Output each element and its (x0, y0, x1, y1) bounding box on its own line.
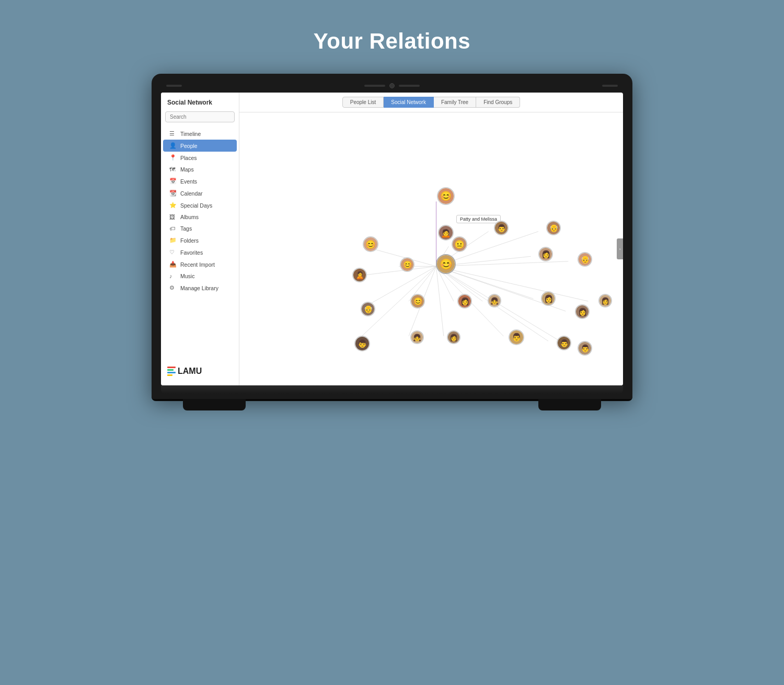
sidebar-item-music[interactable]: ♪ Music (163, 270, 237, 282)
favorites-icon: ♡ (169, 249, 177, 256)
laptop-left-indicator (166, 85, 182, 87)
node-12[interactable]: 👧 (410, 330, 424, 344)
laptop-screen: Social Network ☰ Timeline 👤 People 📍 Pla… (161, 93, 623, 385)
calendar-icon: 📆 (169, 190, 177, 197)
folders-icon: 📁 (169, 237, 177, 244)
sidebar-item-people[interactable]: 👤 People (163, 140, 237, 152)
screen-bezel: Social Network ☰ Timeline 👤 People 📍 Pla… (152, 74, 632, 399)
laptop-camera (389, 83, 395, 88)
events-icon: 📅 (169, 178, 177, 185)
places-icon: 📍 (169, 154, 177, 161)
sidebar-item-calendar[interactable]: 📆 Calendar (163, 187, 237, 199)
node-2[interactable]: 😐 (452, 236, 467, 252)
main-content: People List Social Network Family Tree F… (239, 93, 623, 385)
music-icon: ♪ (169, 273, 177, 279)
people-icon: 👤 (169, 142, 177, 149)
network-area: 😊 😊 Patty and Melissa 🙍 😐 (239, 112, 623, 385)
node-7[interactable]: 😊 (410, 294, 425, 309)
sidebar-item-timeline[interactable]: ☰ Timeline (163, 128, 237, 140)
search-input[interactable] (165, 111, 235, 122)
sidebar-item-maps[interactable]: 🗺 Maps (163, 164, 237, 175)
laptop-foot-right (538, 399, 601, 410)
node-13[interactable]: 👩 (447, 330, 460, 344)
laptop-top-bar (161, 83, 623, 93)
node-11[interactable]: 👦 (354, 336, 370, 351)
logo-text: LAMU (178, 367, 202, 376)
node-1[interactable]: 🙍 (438, 225, 454, 241)
sidebar-item-recent-import[interactable]: 📥 Recent Import (163, 258, 237, 270)
svg-line-10 (362, 266, 436, 309)
logo-bars (167, 367, 176, 376)
sidebar: Social Network ☰ Timeline 👤 People 📍 Pla… (161, 93, 239, 385)
tab-bar: People List Social Network Family Tree F… (239, 93, 623, 112)
node-9[interactable]: 👧 (488, 294, 501, 307)
sidebar-title: Social Network (161, 99, 239, 111)
node-3[interactable]: 👨 (494, 221, 509, 235)
sidebar-item-folders[interactable]: 📁 Folders (163, 234, 237, 246)
node-16[interactable]: 👴 (546, 221, 561, 235)
node-10[interactable]: 👴 (361, 302, 375, 316)
node-21[interactable]: 👨 (578, 341, 592, 356)
sidebar-item-places[interactable]: 📍 Places (163, 152, 237, 164)
node-5[interactable]: 🙎 (352, 268, 367, 282)
maps-icon: 🗺 (169, 166, 177, 173)
svg-line-19 (436, 261, 569, 267)
svg-line-13 (436, 266, 444, 336)
laptop-center-indicator2 (399, 85, 420, 87)
manage-library-icon: ⚙ (169, 284, 177, 291)
center-node[interactable]: 😊 (436, 254, 456, 274)
tab-social-network[interactable]: Social Network (384, 97, 434, 108)
albums-icon: 🖼 (169, 214, 177, 220)
sidebar-item-favorites[interactable]: ♡ Favorites (163, 246, 237, 258)
laptop-shell: Social Network ☰ Timeline 👤 People 📍 Pla… (152, 74, 632, 401)
sidebar-item-events[interactable]: 📅 Events (163, 175, 237, 187)
node-18[interactable]: 👨 (557, 336, 571, 350)
node-22[interactable]: 👩 (598, 294, 612, 307)
tags-icon: 🏷 (169, 225, 177, 232)
node-6[interactable]: 😊 (400, 257, 414, 272)
laptop-right-indicator (602, 85, 618, 87)
tab-find-groups[interactable]: Find Groups (476, 97, 520, 108)
recent-import-icon: 📥 (169, 261, 177, 268)
laptop-center-indicator (364, 85, 385, 87)
special-days-icon: ⭐ (169, 202, 177, 209)
sidebar-item-special-days[interactable]: ⭐ Special Days (163, 199, 237, 211)
node-4[interactable]: 😊 (363, 236, 378, 252)
node-20[interactable]: 👩 (575, 304, 590, 319)
node-15[interactable]: 👩 (538, 247, 553, 261)
sidebar-logo: LAMU (161, 361, 239, 381)
node-8[interactable]: 👩 (457, 294, 472, 309)
tab-people-list[interactable]: People List (342, 97, 384, 108)
timeline-icon: ☰ (169, 130, 177, 137)
sidebar-item-manage-library[interactable]: ⚙ Manage Library (163, 282, 237, 294)
laptop-base (161, 385, 623, 394)
right-panel-toggle[interactable]: › (617, 238, 623, 259)
tab-family-tree[interactable]: Family Tree (434, 97, 476, 108)
node-14[interactable]: 👨 (509, 329, 524, 345)
laptop-foot-left (183, 399, 246, 410)
page-title: Your Relations (314, 29, 470, 54)
node-top[interactable]: 😊 (437, 187, 455, 205)
sidebar-item-tags[interactable]: 🏷 Tags (163, 223, 237, 234)
node-19[interactable]: 👴 (578, 252, 592, 267)
node-17[interactable]: 👩 (541, 291, 556, 306)
sidebar-item-albums[interactable]: 🖼 Albums (163, 211, 237, 223)
